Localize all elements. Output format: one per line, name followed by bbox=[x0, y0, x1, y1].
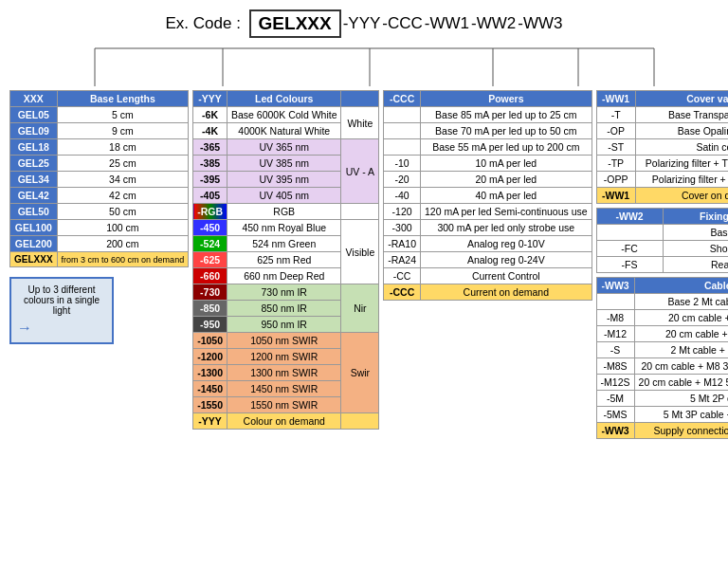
ccc-desc: Base 70 mA per led up to 50 cm bbox=[421, 123, 592, 139]
yyy-desc: UV 395 nm bbox=[228, 172, 341, 188]
xxx-col2: Base Lengths bbox=[57, 91, 189, 107]
yyy-desc: 625 nm Red bbox=[228, 252, 341, 268]
ww2-desc: Short fixing bbox=[663, 241, 728, 257]
ww2-desc: Base fixing bbox=[663, 225, 728, 241]
yyy-desc: 730 nm IR bbox=[228, 284, 341, 301]
example-code: Ex. Code : GELXXX-YYY-CCC-WW1-WW2-WW3 bbox=[165, 9, 562, 38]
connector-lines bbox=[9, 44, 719, 86]
ww3-desc: Base 2 Mt cable 2 wires bbox=[634, 294, 728, 310]
xxx-length: 200 cm bbox=[57, 236, 189, 252]
ccc-code: -20 bbox=[384, 172, 421, 188]
ccc-code: -10 bbox=[384, 156, 421, 172]
ccc-code: -CCC bbox=[384, 284, 421, 301]
ww2-table: -WW2 Fixing variants Base fixing-FCShort… bbox=[596, 208, 728, 273]
yyy-desc: UV 385 nm bbox=[228, 156, 341, 172]
ww1-code: -OPP bbox=[596, 172, 635, 188]
yyy-code: -1050 bbox=[193, 333, 228, 349]
yyy-code: -1300 bbox=[193, 365, 228, 381]
ww3-table: -WW3 Cables Base 2 Mt cable 2 wires-M820… bbox=[596, 277, 728, 439]
yyy-code: -365 bbox=[193, 139, 228, 156]
ccc-desc: Analog reg 0-10V bbox=[421, 236, 592, 252]
xxx-col1: XXX bbox=[10, 91, 58, 107]
yyy-code: -4K bbox=[193, 123, 228, 139]
ccc-col2: Powers bbox=[421, 91, 592, 107]
xxx-section: XXX Base Lengths GEL055 cmGEL099 cmGEL18… bbox=[9, 90, 189, 344]
ww3-code: -M8S bbox=[596, 358, 634, 375]
ww3-desc: 2 Mt cable + logic start bbox=[634, 342, 728, 358]
yyy-col3 bbox=[341, 91, 379, 107]
ccc-desc: 20 mA per led bbox=[421, 172, 592, 188]
yyy-col1: -YYY bbox=[193, 91, 228, 107]
note-box: Up to 3 different colours in a single li… bbox=[9, 277, 114, 344]
ww3-code: -S bbox=[596, 342, 634, 358]
ww1-col2: Cover variants bbox=[635, 91, 728, 107]
ww3-code: -M12 bbox=[596, 326, 634, 342]
xxx-length: 34 cm bbox=[57, 172, 189, 188]
yyy-code: -385 bbox=[193, 156, 228, 172]
yyy-code: -950 bbox=[193, 317, 228, 333]
ccc-code: -300 bbox=[384, 220, 421, 236]
yyy-desc: 524 nm Green bbox=[228, 236, 341, 252]
ww1-col1: -WW1 bbox=[596, 91, 635, 107]
ww3-desc: Supply connection on demand bbox=[634, 423, 728, 439]
ccc-desc: 120 mA per led Semi-continuous use bbox=[421, 204, 592, 220]
yyy-desc: 950 nm IR bbox=[228, 317, 341, 333]
note-text: Up to 3 different colours in a single li… bbox=[17, 284, 106, 316]
seg4: -WW2 bbox=[471, 14, 516, 33]
xxx-length: 100 cm bbox=[57, 220, 189, 236]
yyy-desc: RGB bbox=[228, 204, 341, 220]
yyy-col2: Led Colours bbox=[228, 91, 341, 107]
yyy-code: -625 bbox=[193, 252, 228, 268]
xxx-code: GEL25 bbox=[10, 156, 58, 172]
yyy-desc: 1300 nm SWIR bbox=[228, 365, 341, 381]
yyy-desc: 850 nm IR bbox=[228, 301, 341, 317]
ww3-code: -M12S bbox=[596, 375, 634, 391]
ccc-code: -RA24 bbox=[384, 252, 421, 268]
ccc-desc: 300 mA per led only strobe use bbox=[421, 220, 592, 236]
yyy-code: -405 bbox=[193, 188, 228, 204]
ccc-code: -40 bbox=[384, 188, 421, 204]
xxx-code: GEL42 bbox=[10, 188, 58, 204]
yyy-code: -660 bbox=[193, 268, 228, 284]
ccc-desc: Base 85 mA per led up to 25 cm bbox=[421, 107, 592, 123]
ex-label: Ex. Code : bbox=[165, 14, 240, 33]
yyy-desc: 660 nm Deep Red bbox=[228, 268, 341, 284]
ww3-code bbox=[596, 294, 634, 310]
yyy-code: -1450 bbox=[193, 381, 228, 397]
ww2-desc: Rear fixing bbox=[663, 257, 728, 273]
ww3-code: -WW3 bbox=[596, 423, 634, 439]
xxx-length: 5 cm bbox=[57, 107, 189, 123]
yyy-group-label: White bbox=[341, 107, 379, 139]
yyy-group-label: Visible bbox=[341, 220, 379, 284]
ww2-code: -FC bbox=[596, 241, 663, 257]
yyy-group-label: UV - A bbox=[341, 139, 379, 204]
ccc-section: -CCC Powers Base 85 mA per led up to 25 … bbox=[383, 90, 592, 301]
ww1-desc: Cover on demand bbox=[635, 188, 728, 204]
yyy-code: -395 bbox=[193, 172, 228, 188]
xxx-length: 50 cm bbox=[57, 204, 189, 220]
ww1-desc: Polarizing filter + Trasparent cover bbox=[635, 156, 728, 172]
yyy-desc: 1200 nm SWIR bbox=[228, 349, 341, 365]
ww1-code: -OP bbox=[596, 123, 635, 139]
yyy-desc: 4000K Natural White bbox=[228, 123, 341, 139]
right-col: -WW1 Cover variants -TBase Transparent c… bbox=[596, 90, 728, 439]
ccc-code bbox=[384, 139, 421, 156]
ww3-desc: 5 Mt 2P cable bbox=[634, 391, 728, 407]
xxx-code: GEL18 bbox=[10, 139, 58, 156]
yyy-section: -YYY Led Colours -6KBase 6000K Cold Whit… bbox=[192, 90, 379, 430]
ww2-col2: Fixing variants bbox=[663, 209, 728, 225]
yyy-desc: 1050 nm SWIR bbox=[228, 333, 341, 349]
seg2: -CCC bbox=[382, 14, 423, 33]
ww1-code: -WW1 bbox=[596, 188, 635, 204]
ccc-code: -CC bbox=[384, 268, 421, 284]
ccc-desc: Current on demand bbox=[421, 284, 592, 301]
ww3-code: -M8 bbox=[596, 310, 634, 326]
ww1-desc: Polarizing filter + Opaline cover bbox=[635, 172, 728, 188]
ww3-desc: 20 cm cable + M8 3P M + logic start bbox=[634, 358, 728, 375]
xxx-length: 9 cm bbox=[57, 123, 189, 139]
ww3-col1: -WW3 bbox=[596, 278, 634, 294]
xxx-length: 42 cm bbox=[57, 188, 189, 204]
ww2-col1: -WW2 bbox=[596, 209, 663, 225]
yyy-desc: 1450 nm SWIR bbox=[228, 381, 341, 397]
ww1-desc: Base Opaline cover bbox=[635, 123, 728, 139]
